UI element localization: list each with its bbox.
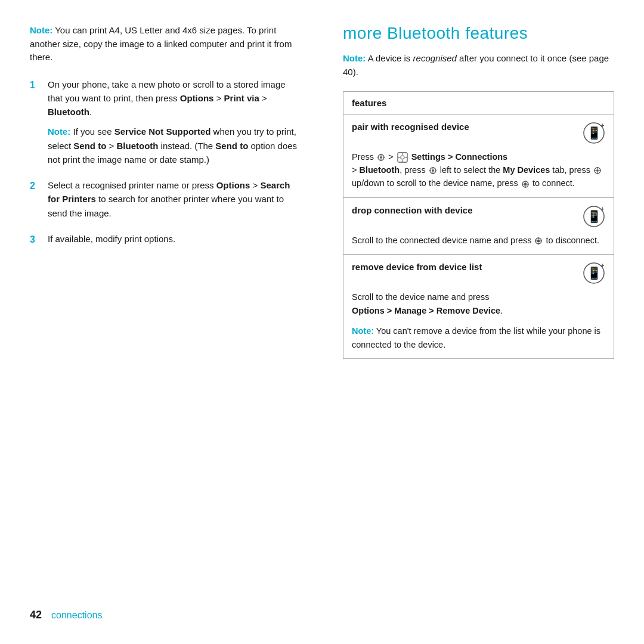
right-note-label: Note: [343,53,366,63]
pair-body: Press > [352,150,605,190]
step1-text: On your phone, take a new photo or scrol… [48,79,286,117]
footer: 42 connections [30,609,102,621]
step-content: On your phone, take a new photo or scrol… [48,78,301,167]
svg-point-28 [524,182,527,185]
intro-note-label: Note: [30,25,52,35]
svg-text:+: + [600,262,604,269]
section-title: more Bluetooth features [343,24,614,43]
nav-joystick-icon [429,166,437,175]
svg-text:📱: 📱 [587,126,602,140]
nav-joystick-icon [593,166,602,175]
intro-paragraph: Note: You can print A4, US Letter and 4x… [30,24,301,64]
nav-joystick-icon [377,153,385,162]
page-number: 42 [30,609,42,621]
remove-footnote: Note: You can't remove a device from the… [352,324,605,351]
svg-text:+: + [600,205,604,212]
subnote-label: Note: [48,126,70,137]
feature-row-drop: drop connection with device 📱 + Scroll t… [343,198,614,255]
pair-title-text: pair with recognised device [352,122,469,132]
device-icon: 📱 + [583,205,605,228]
svg-text:📱: 📱 [587,266,602,280]
svg-point-22 [596,169,599,172]
remove-body: Scroll to the device name and press Opti… [352,290,605,317]
device-icon: 📱 + [583,122,605,144]
feature-row-title: pair with recognised device 📱 + [352,122,605,144]
step1-subnote: Note: If you see Service Not Supported w… [48,125,301,166]
list-item: 2 Select a recognised printer name or pr… [30,178,301,220]
right-note-text: A device is recognised after you connect… [343,53,609,77]
svg-point-4 [380,156,382,159]
feature-row-title: drop connection with device 📱 + [352,205,605,228]
svg-text:+: + [600,122,604,129]
table-header: features [343,92,614,114]
section-label: connections [51,610,102,621]
list-item: 1 On your phone, take a new photo or scr… [30,78,301,167]
left-column: Note: You can print A4, US Letter and 4x… [30,24,313,620]
remove-title-text: remove device from device list [352,262,482,272]
feature-row-title: remove device from device list 📱 + [352,262,605,284]
svg-point-10 [401,156,404,159]
drop-body: Scroll to the connected device name and … [352,234,605,247]
settings-box-icon [397,152,408,163]
step-number: 3 [30,232,39,247]
feature-row-remove: remove device from device list 📱 + Scrol… [343,255,614,358]
step-content: Select a recognised printer name or pres… [48,178,301,220]
feature-row-pair: pair with recognised device 📱 + Press [343,114,614,198]
nav-center-icon [534,237,543,245]
svg-point-16 [432,169,434,172]
steps-list: 1 On your phone, take a new photo or scr… [30,78,301,247]
right-intro: Note: A device is recognised after you c… [343,51,614,79]
step-number: 2 [30,178,39,220]
remove-note-label: Note: [352,326,374,336]
device-icon: 📱 + [583,262,605,284]
step-content: If available, modify print options. [48,232,301,247]
step-number: 1 [30,78,39,167]
drop-title-text: drop connection with device [352,205,473,215]
page-content: Note: You can print A4, US Letter and 4x… [0,0,644,644]
intro-note-text: You can print A4, US Letter and 4x6 size… [30,25,292,62]
feature-table: features pair with recognised device 📱 +… [343,91,614,360]
list-item: 3 If available, modify print options. [30,232,301,247]
nav-center-icon [521,180,530,188]
svg-text:📱: 📱 [587,209,602,224]
right-column: more Bluetooth features Note: A device i… [337,24,614,620]
svg-point-37 [537,240,540,243]
